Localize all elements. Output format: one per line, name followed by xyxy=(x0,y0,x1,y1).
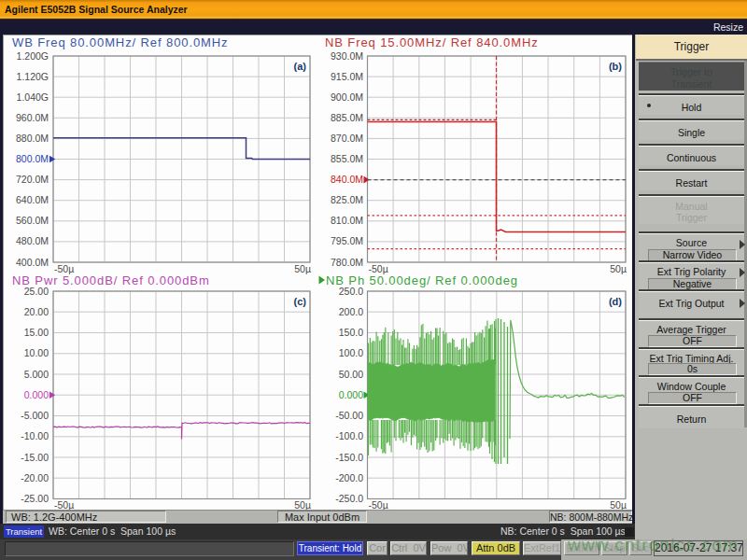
svg-text:-50.00: -50.00 xyxy=(335,410,363,421)
svg-text:400.0M: 400.0M xyxy=(16,257,49,268)
svg-text:480.0M: 480.0M xyxy=(16,235,49,246)
svg-text:1.200G: 1.200G xyxy=(17,50,49,62)
svg-text:20.00: 20.00 xyxy=(24,306,49,317)
svg-text:NB Ph 50.00deg/ Ref 0.000deg: NB Ph 50.00deg/ Ref 0.000deg xyxy=(326,273,518,287)
svg-text:5.000: 5.000 xyxy=(24,369,49,380)
svg-text:-20.00: -20.00 xyxy=(21,472,49,483)
svg-text:(b): (b) xyxy=(609,61,622,72)
svg-text:640.0M: 640.0M xyxy=(16,194,49,205)
svg-text:930.0M: 930.0M xyxy=(331,50,363,62)
svg-text:-15.00: -15.00 xyxy=(21,452,49,463)
svg-text:15.00: 15.00 xyxy=(24,327,49,338)
svg-text:-250.0: -250.0 xyxy=(335,493,363,504)
svg-text:(d): (d) xyxy=(609,296,622,307)
svg-text:825.0M: 825.0M xyxy=(331,194,363,205)
svg-text:NB Freq 15.00MHz/ Ref 840.0MHz: NB Freq 15.00MHz/ Ref 840.0MHz xyxy=(325,35,539,49)
svg-text:-10.00: -10.00 xyxy=(21,430,49,441)
svg-text:50.00: 50.00 xyxy=(339,369,363,380)
svg-text:-5.000: -5.000 xyxy=(21,410,49,421)
svg-text:960.0M: 960.0M xyxy=(16,112,49,123)
svg-text:720.0M: 720.0M xyxy=(16,174,49,185)
svg-text:855.0M: 855.0M xyxy=(331,153,363,164)
svg-text:880.0M: 880.0M xyxy=(16,133,49,144)
svg-text:WB Freq 80.00MHz/ Ref 800.0MHz: WB Freq 80.00MHz/ Ref 800.0MHz xyxy=(12,35,228,49)
svg-text:1.120G: 1.120G xyxy=(17,71,49,82)
svg-text:0.000: 0.000 xyxy=(339,389,363,400)
svg-text:840.0M: 840.0M xyxy=(331,174,363,185)
svg-text:810.0M: 810.0M xyxy=(331,215,363,226)
svg-text:(c): (c) xyxy=(294,296,307,307)
svg-text:NB Pwr 5.000dB/ Ref 0.000dBm: NB Pwr 5.000dB/ Ref 0.000dBm xyxy=(12,273,210,287)
svg-text:10.00: 10.00 xyxy=(24,347,49,358)
svg-text:780.0M: 780.0M xyxy=(331,257,363,268)
svg-text:560.0M: 560.0M xyxy=(16,215,49,226)
svg-text:-100.0: -100.0 xyxy=(335,430,363,441)
svg-text:-200.0: -200.0 xyxy=(335,472,363,483)
svg-text:-150.0: -150.0 xyxy=(335,452,363,463)
svg-text:795.0M: 795.0M xyxy=(331,235,363,246)
svg-text:-25.00: -25.00 xyxy=(21,493,49,504)
svg-text:1.040G: 1.040G xyxy=(17,91,49,103)
svg-text:870.0M: 870.0M xyxy=(331,133,363,144)
svg-text:150.0: 150.0 xyxy=(339,327,363,338)
svg-text:0.000: 0.000 xyxy=(24,389,49,400)
svg-text:200.0: 200.0 xyxy=(339,306,363,317)
svg-text:50µ: 50µ xyxy=(294,263,311,274)
svg-text:885.0M: 885.0M xyxy=(331,112,363,123)
svg-text:800.0M: 800.0M xyxy=(16,153,49,164)
svg-text:100.0: 100.0 xyxy=(339,347,363,358)
svg-text:900.0M: 900.0M xyxy=(331,91,363,103)
svg-text:50µ: 50µ xyxy=(610,263,627,274)
svg-text:915.0M: 915.0M xyxy=(331,71,363,82)
svg-text:(a): (a) xyxy=(294,61,307,72)
